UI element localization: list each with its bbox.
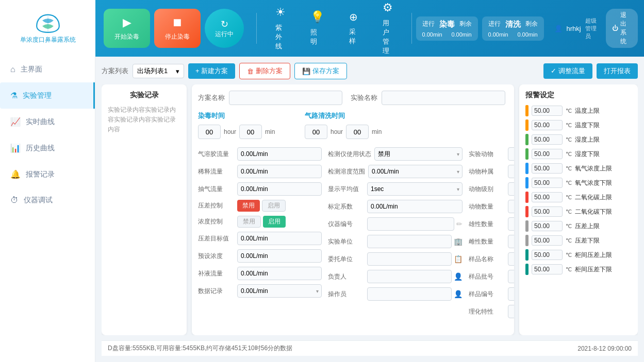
animal-species-input[interactable] <box>508 165 514 178</box>
pressure-ctrl-disable-btn[interactable]: 禁用 <box>237 200 260 212</box>
exit-button[interactable]: ⏻ 退出系统 <box>606 9 638 48</box>
user-mgmt-icon: ⚙ <box>383 1 393 14</box>
exp-name-input[interactable] <box>382 91 505 105</box>
sidebar: ⌂ 主界面 ⚗ 实验管理 📈 实时曲线 📊 历史曲线 🔔 报警记录 ⏱ 仪器调试 <box>0 57 95 362</box>
alert-unit-2: ℃ <box>566 136 572 143</box>
alert-value-4[interactable]: 50.00 <box>532 163 563 174</box>
sample-icon: ⊕ <box>349 11 358 23</box>
aerosol-flow-input[interactable] <box>237 147 322 161</box>
dilute-flow-input[interactable] <box>237 165 322 178</box>
pressure-ctrl-enable-btn[interactable]: 启用 <box>262 200 286 212</box>
exp-record-card: 实验记录 实验记录内容实验记录内容实验记录内容实验记录内容 <box>102 84 187 335</box>
clean-min-input[interactable] <box>346 125 369 139</box>
clean-hour-input[interactable] <box>305 125 327 139</box>
liquid-flow-input[interactable] <box>237 267 322 280</box>
row-detector-status: 检测仪使用状态 禁用 ▾ <box>328 145 463 163</box>
sterilize-status-panel: 进行 染毒 剩余 0.00min 0.00min <box>416 16 478 41</box>
alert-bar-7 <box>525 206 529 217</box>
row-sample-name: 样品名称 <box>469 250 514 268</box>
alert-value-2[interactable]: 50.00 <box>532 134 563 145</box>
sidebar-label-exp: 实验管理 <box>23 91 52 100</box>
save-scheme-button[interactable]: 💾 保存方案 <box>294 63 347 79</box>
sterilize-remaining-label: 剩余 <box>459 20 472 29</box>
sidebar-item-history[interactable]: 📊 历史曲线 <box>0 135 95 161</box>
calib-coef-input[interactable] <box>367 200 463 213</box>
entrust-unit-input[interactable] <box>367 252 452 266</box>
nav-light[interactable]: 💡 照 明 <box>304 6 331 50</box>
pressure-target-input[interactable] <box>237 232 322 245</box>
toolbar: 方案列表 出场列表1 ▾ + 新建方案 🗑 删除方案 💾 保存方案 ✓ 调整流量… <box>102 63 638 79</box>
stop-sterilize-button[interactable]: ⏹ 停止染毒 <box>154 9 201 48</box>
sample-name-label: 样品名称 <box>469 255 505 264</box>
start-sterilize-button[interactable]: ▶ 开始染毒 <box>104 9 150 48</box>
conc-ctrl-enable-btn[interactable]: 启用 <box>263 216 286 228</box>
alert-value-8[interactable]: 50.00 <box>532 221 563 231</box>
exp-animal-input[interactable] <box>508 147 514 161</box>
clean-hour-unit: hour <box>331 128 343 135</box>
sample-batch-input[interactable] <box>508 270 514 283</box>
alert-value-9[interactable]: 50.00 <box>532 235 563 246</box>
delete-scheme-button[interactable]: 🗑 删除方案 <box>239 63 290 79</box>
clean-time-label: 气路清洗时间 <box>305 111 401 120</box>
sterilize-remaining-time: 0.00min <box>451 31 471 38</box>
alert-row-1: 50.00 ℃ 温度下限 <box>525 119 632 131</box>
open-report-button[interactable]: 打开报表 <box>597 63 638 79</box>
responsible-label: 负责人 <box>328 272 364 281</box>
operator-input[interactable] <box>367 287 452 301</box>
exhaust-flow-input[interactable] <box>237 182 322 196</box>
exp-unit-label: 实验单位 <box>328 237 364 246</box>
animal-count-input[interactable] <box>508 200 514 213</box>
sidebar-item-exp[interactable]: ⚗ 实验管理 <box>0 82 95 109</box>
alert-value-10[interactable]: 50.00 <box>532 250 563 260</box>
running-status-button[interactable]: ↻ 运行中 <box>205 9 244 48</box>
pressure-target-label: 压差目标值 <box>198 234 234 243</box>
alert-value-7[interactable]: 50.00 <box>532 206 563 217</box>
sidebar-item-home[interactable]: ⌂ 主界面 <box>0 57 95 82</box>
nav-uv[interactable]: ☀ 紫外线 <box>269 2 292 55</box>
responsible-input[interactable] <box>367 270 452 283</box>
sterilize-min-input[interactable] <box>239 125 262 139</box>
alert-unit-5: ℃ <box>566 180 572 186</box>
male-count-input[interactable] <box>508 217 514 231</box>
exp-unit-input[interactable] <box>367 235 452 248</box>
detector-status-select[interactable]: 禁用 <box>374 147 463 161</box>
adjust-flow-button[interactable]: ✓ 调整流量 <box>543 63 592 79</box>
instrument-no-input[interactable] <box>367 217 454 231</box>
sidebar-item-alarm[interactable]: 🔔 报警记录 <box>0 161 95 187</box>
row-sample-batch: 样品批号 <box>469 268 514 285</box>
sterilize-hour-input[interactable] <box>198 125 221 139</box>
scheme-name-input[interactable] <box>229 91 342 105</box>
alert-label-3: 湿度下限 <box>575 150 632 159</box>
alert-value-1[interactable]: 50.00 <box>532 120 563 130</box>
alert-value-5[interactable]: 50.00 <box>532 178 563 188</box>
sidebar-item-instrument[interactable]: ⏱ 仪器调试 <box>0 187 95 213</box>
animal-level-input[interactable] <box>508 182 514 196</box>
alert-value-0[interactable]: 50.00 <box>532 106 563 116</box>
data-record-select[interactable]: 0.00L/min <box>237 284 322 298</box>
nav-user-mgmt[interactable]: ⚙ 用户管理 <box>376 0 399 60</box>
detect-range-select[interactable]: 0.00L/min <box>368 165 463 178</box>
female-count-input[interactable] <box>508 235 514 248</box>
instrument-no-icon: ✏ <box>456 220 463 228</box>
exp-unit-icon: 🏢 <box>454 237 463 246</box>
sterilize-time-label: 染毒时间 <box>198 111 294 120</box>
disk-info: D盘容量:5555KB,可用容量:5455KB,约可存储451天10时56分的数… <box>108 344 292 353</box>
exp-name-label: 实验名称 <box>351 93 377 102</box>
alert-label-1: 温度下限 <box>575 121 632 130</box>
sample-name-input[interactable] <box>508 252 514 266</box>
preset-conc-input[interactable] <box>237 249 322 263</box>
alert-value-6[interactable]: 50.00 <box>532 192 563 202</box>
alert-value-3[interactable]: 50.00 <box>532 149 563 159</box>
sample-no-input[interactable] <box>508 287 514 301</box>
new-scheme-button[interactable]: + 新建方案 <box>188 63 235 79</box>
scheme-select[interactable]: 出场列表1 ▾ <box>133 64 184 78</box>
conc-ctrl-disable-btn[interactable]: 禁用 <box>237 216 261 228</box>
exp-name-field: 实验名称 <box>351 91 505 105</box>
form-col1: 气溶胶流量 稀释流量 抽气流量 压差控制 <box>198 145 322 320</box>
alert-value-11[interactable]: 50.00 <box>532 264 563 274</box>
sidebar-item-realtime[interactable]: 📈 实时曲线 <box>0 109 95 135</box>
form-header-row: 方案名称 实验名称 <box>198 91 508 105</box>
nav-sample[interactable]: ⊕ 采 样 <box>343 7 364 50</box>
avg-display-select[interactable]: 1sec <box>367 182 463 196</box>
physicochemical-input[interactable] <box>508 305 514 318</box>
